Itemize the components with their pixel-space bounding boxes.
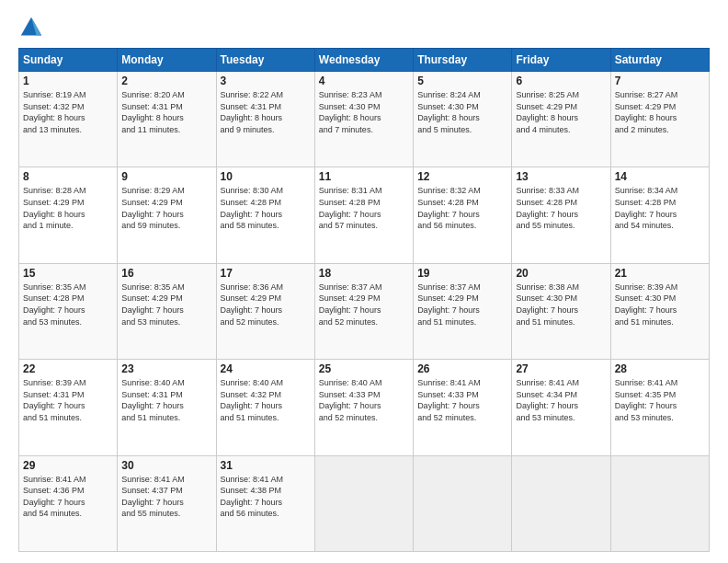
day-info: Sunrise: 8:40 AM Sunset: 4:32 PM Dayligh… [221, 377, 311, 423]
day-info: Sunrise: 8:25 AM Sunset: 4:29 PM Dayligh… [516, 89, 606, 135]
weekday-header-cell: Friday [512, 49, 610, 72]
weekday-header-cell: Thursday [414, 49, 512, 72]
calendar-day-cell: 11Sunrise: 8:31 AM Sunset: 4:28 PM Dayli… [314, 167, 413, 263]
calendar-day-cell: 12Sunrise: 8:32 AM Sunset: 4:28 PM Dayli… [414, 167, 512, 263]
weekday-header-row: SundayMondayTuesdayWednesdayThursdayFrid… [19, 49, 710, 72]
page: SundayMondayTuesdayWednesdayThursdayFrid… [0, 0, 728, 563]
day-number: 10 [221, 170, 311, 183]
day-number: 14 [615, 170, 705, 183]
day-number: 28 [615, 362, 705, 375]
day-info: Sunrise: 8:27 AM Sunset: 4:29 PM Dayligh… [615, 89, 705, 135]
day-info: Sunrise: 8:41 AM Sunset: 4:34 PM Dayligh… [516, 377, 606, 423]
day-number: 22 [23, 362, 113, 375]
day-number: 21 [615, 267, 705, 280]
day-number: 27 [516, 362, 606, 375]
calendar-day-cell: 15Sunrise: 8:35 AM Sunset: 4:28 PM Dayli… [19, 263, 118, 359]
day-number: 9 [121, 170, 211, 183]
day-number: 12 [417, 170, 507, 183]
calendar-day-cell: 20Sunrise: 8:38 AM Sunset: 4:30 PM Dayli… [512, 263, 610, 359]
calendar-day-cell: 16Sunrise: 8:35 AM Sunset: 4:29 PM Dayli… [118, 263, 216, 359]
logo [18, 15, 48, 40]
calendar-day-cell: 28Sunrise: 8:41 AM Sunset: 4:35 PM Dayli… [610, 360, 709, 455]
day-info: Sunrise: 8:24 AM Sunset: 4:30 PM Dayligh… [417, 89, 507, 135]
calendar-week-row: 1Sunrise: 8:19 AM Sunset: 4:32 PM Daylig… [19, 72, 710, 167]
day-info: Sunrise: 8:39 AM Sunset: 4:31 PM Dayligh… [23, 377, 113, 423]
day-info: Sunrise: 8:36 AM Sunset: 4:29 PM Dayligh… [221, 282, 311, 327]
calendar-day-cell: 7Sunrise: 8:27 AM Sunset: 4:29 PM Daylig… [610, 72, 709, 167]
calendar-day-cell: 17Sunrise: 8:36 AM Sunset: 4:29 PM Dayli… [216, 263, 314, 359]
day-info: Sunrise: 8:37 AM Sunset: 4:29 PM Dayligh… [319, 282, 409, 327]
day-number: 24 [221, 362, 311, 375]
calendar-day-cell: 10Sunrise: 8:30 AM Sunset: 4:28 PM Dayli… [216, 167, 314, 263]
day-number: 19 [417, 267, 507, 280]
calendar-day-cell: 21Sunrise: 8:39 AM Sunset: 4:30 PM Dayli… [610, 263, 709, 359]
calendar-week-row: 29Sunrise: 8:41 AM Sunset: 4:36 PM Dayli… [19, 455, 710, 551]
calendar-day-cell: 13Sunrise: 8:33 AM Sunset: 4:28 PM Dayli… [512, 167, 610, 263]
calendar-day-cell: 22Sunrise: 8:39 AM Sunset: 4:31 PM Dayli… [19, 360, 118, 455]
calendar-day-cell: 4Sunrise: 8:23 AM Sunset: 4:30 PM Daylig… [314, 72, 413, 167]
day-info: Sunrise: 8:35 AM Sunset: 4:28 PM Dayligh… [23, 282, 113, 327]
day-number: 26 [417, 362, 507, 375]
day-number: 5 [417, 75, 507, 87]
day-number: 23 [121, 362, 211, 375]
calendar-day-cell: 14Sunrise: 8:34 AM Sunset: 4:28 PM Dayli… [610, 167, 709, 263]
logo-icon [18, 15, 44, 40]
calendar-day-cell: 24Sunrise: 8:40 AM Sunset: 4:32 PM Dayli… [216, 360, 314, 455]
day-number: 7 [615, 75, 705, 87]
calendar-day-cell: 19Sunrise: 8:37 AM Sunset: 4:29 PM Dayli… [414, 263, 512, 359]
day-number: 2 [121, 75, 211, 87]
calendar-day-cell: 8Sunrise: 8:28 AM Sunset: 4:29 PM Daylig… [19, 167, 118, 263]
day-info: Sunrise: 8:40 AM Sunset: 4:31 PM Dayligh… [121, 377, 211, 423]
day-info: Sunrise: 8:23 AM Sunset: 4:30 PM Dayligh… [319, 89, 409, 135]
day-number: 20 [516, 267, 606, 280]
day-info: Sunrise: 8:22 AM Sunset: 4:31 PM Dayligh… [221, 89, 311, 135]
calendar-day-cell: 29Sunrise: 8:41 AM Sunset: 4:36 PM Dayli… [19, 455, 118, 551]
day-number: 17 [221, 267, 311, 280]
day-number: 11 [319, 170, 409, 183]
calendar-day-cell: 27Sunrise: 8:41 AM Sunset: 4:34 PM Dayli… [512, 360, 610, 455]
day-number: 3 [221, 75, 311, 87]
day-number: 15 [23, 267, 113, 280]
day-info: Sunrise: 8:41 AM Sunset: 4:38 PM Dayligh… [221, 474, 311, 520]
day-info: Sunrise: 8:30 AM Sunset: 4:28 PM Dayligh… [221, 185, 311, 231]
day-number: 13 [516, 170, 606, 183]
day-number: 1 [23, 75, 113, 87]
day-info: Sunrise: 8:19 AM Sunset: 4:32 PM Dayligh… [23, 89, 113, 135]
weekday-header-cell: Sunday [19, 49, 118, 72]
weekday-header-cell: Saturday [610, 49, 709, 72]
calendar-day-cell: 9Sunrise: 8:29 AM Sunset: 4:29 PM Daylig… [118, 167, 216, 263]
day-info: Sunrise: 8:28 AM Sunset: 4:29 PM Dayligh… [23, 185, 113, 231]
calendar-day-cell [610, 455, 709, 551]
day-number: 30 [121, 459, 211, 472]
calendar-day-cell [512, 455, 610, 551]
day-info: Sunrise: 8:33 AM Sunset: 4:28 PM Dayligh… [516, 185, 606, 231]
calendar-day-cell: 25Sunrise: 8:40 AM Sunset: 4:33 PM Dayli… [314, 360, 413, 455]
day-info: Sunrise: 8:37 AM Sunset: 4:29 PM Dayligh… [417, 282, 507, 327]
calendar-table: SundayMondayTuesdayWednesdayThursdayFrid… [18, 48, 710, 552]
day-info: Sunrise: 8:34 AM Sunset: 4:28 PM Dayligh… [615, 185, 705, 231]
calendar-day-cell: 2Sunrise: 8:20 AM Sunset: 4:31 PM Daylig… [118, 72, 216, 167]
day-info: Sunrise: 8:35 AM Sunset: 4:29 PM Dayligh… [121, 282, 211, 327]
day-number: 18 [319, 267, 409, 280]
calendar-week-row: 22Sunrise: 8:39 AM Sunset: 4:31 PM Dayli… [19, 360, 710, 455]
calendar-day-cell [314, 455, 413, 551]
day-number: 8 [23, 170, 113, 183]
calendar-day-cell: 1Sunrise: 8:19 AM Sunset: 4:32 PM Daylig… [19, 72, 118, 167]
calendar-day-cell: 18Sunrise: 8:37 AM Sunset: 4:29 PM Dayli… [314, 263, 413, 359]
weekday-header-cell: Wednesday [314, 49, 413, 72]
day-info: Sunrise: 8:41 AM Sunset: 4:33 PM Dayligh… [417, 377, 507, 423]
calendar-day-cell: 31Sunrise: 8:41 AM Sunset: 4:38 PM Dayli… [216, 455, 314, 551]
day-info: Sunrise: 8:38 AM Sunset: 4:30 PM Dayligh… [516, 282, 606, 327]
day-info: Sunrise: 8:40 AM Sunset: 4:33 PM Dayligh… [319, 377, 409, 423]
calendar-day-cell: 5Sunrise: 8:24 AM Sunset: 4:30 PM Daylig… [414, 72, 512, 167]
day-info: Sunrise: 8:41 AM Sunset: 4:36 PM Dayligh… [23, 474, 113, 520]
header [18, 15, 710, 40]
day-number: 4 [319, 75, 409, 87]
day-number: 29 [23, 459, 113, 472]
calendar-week-row: 15Sunrise: 8:35 AM Sunset: 4:28 PM Dayli… [19, 263, 710, 359]
calendar-day-cell: 3Sunrise: 8:22 AM Sunset: 4:31 PM Daylig… [216, 72, 314, 167]
calendar-day-cell: 30Sunrise: 8:41 AM Sunset: 4:37 PM Dayli… [118, 455, 216, 551]
day-info: Sunrise: 8:32 AM Sunset: 4:28 PM Dayligh… [417, 185, 507, 231]
day-number: 25 [319, 362, 409, 375]
day-info: Sunrise: 8:41 AM Sunset: 4:37 PM Dayligh… [121, 474, 211, 520]
